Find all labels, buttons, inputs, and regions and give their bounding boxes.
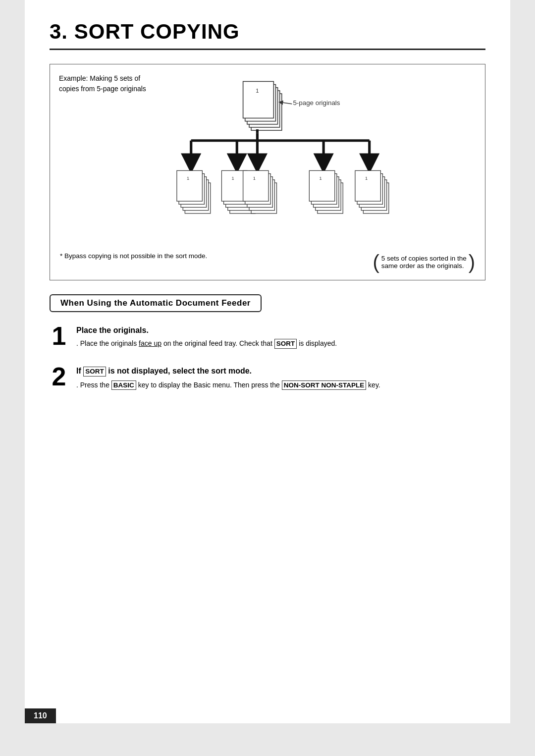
svg-rect-26: [177, 170, 202, 201]
diagram-caption: Example: Making 5 sets of copies from 5-…: [59, 73, 146, 94]
step-1-content: Place the originals. . Place the origina…: [76, 323, 485, 350]
page-title: 3. SORT COPYING: [50, 20, 485, 50]
svg-rect-46: [243, 170, 268, 201]
step-2-content: If SORT is not displayed, select the sor…: [76, 364, 485, 391]
svg-rect-66: [355, 170, 380, 201]
step-2-title: If SORT is not displayed, select the sor…: [76, 367, 485, 377]
page-number-bar: 110: [25, 708, 510, 723]
svg-line-10: [281, 103, 292, 104]
paren-close: ): [469, 252, 475, 272]
page: 3. SORT COPYING Example: Making 5 sets o…: [25, 0, 510, 723]
basic-kbd: BASIC: [111, 380, 136, 390]
step-2: 2 If SORT is not displayed, select the s…: [50, 364, 485, 391]
page-number-badge: 110: [25, 708, 56, 723]
step-1-body: . Place the originals face up on the ori…: [76, 338, 485, 350]
label-5page: 5-page originals: [293, 99, 340, 107]
svg-text:1: 1: [187, 176, 189, 181]
sort-kbd-2: SORT: [83, 367, 106, 377]
face-up-underline: face up: [139, 339, 161, 347]
section-heading: When Using the Automatic Document Feeder: [50, 294, 485, 323]
diagram-footer-left: * Bypass copying is not possible in the …: [60, 252, 207, 260]
sort-kbd-1: SORT: [274, 339, 297, 349]
svg-rect-56: [309, 170, 334, 201]
svg-text:1: 1: [256, 88, 259, 94]
step-1: 1 Place the originals. . Place the origi…: [50, 323, 485, 350]
svg-text:1: 1: [365, 176, 368, 181]
sort-diagram-svg: 5 4 3 2 1 5-page originals: [89, 74, 446, 242]
step-1-number: 1: [50, 323, 68, 349]
svg-rect-8: [243, 81, 274, 118]
steps-container: 1 Place the originals. . Place the origi…: [50, 323, 485, 391]
svg-text:1: 1: [231, 176, 234, 181]
non-sort-kbd: NON-SORT NON-STAPLE: [282, 380, 367, 390]
svg-text:1: 1: [253, 176, 256, 181]
diagram-box: Example: Making 5 sets of copies from 5-…: [50, 64, 485, 280]
paren-open: (: [373, 252, 379, 272]
svg-text:1: 1: [319, 176, 321, 181]
diagram-footer-right: ( 5 sets of copies sorted in the same or…: [373, 252, 475, 272]
step-2-body: . Press the BASIC key to display the Bas…: [76, 379, 485, 391]
step-1-title: Place the originals.: [76, 326, 485, 335]
step-2-number: 2: [50, 364, 68, 389]
diagram-area: 5 4 3 2 1 5-page originals: [60, 74, 475, 247]
diagram-footer: * Bypass copying is not possible in the …: [60, 252, 475, 272]
